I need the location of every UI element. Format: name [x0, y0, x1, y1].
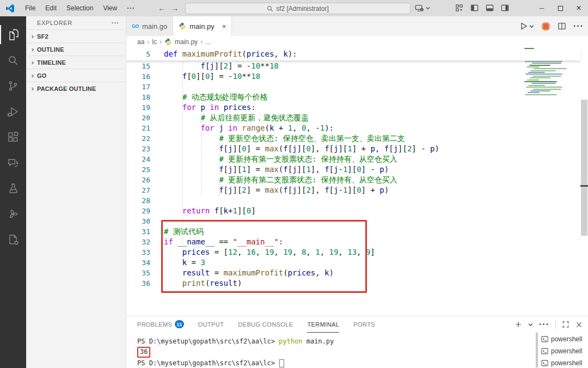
- command-center-search[interactable]: sf2 [Administrator]: [185, 3, 411, 14]
- terminal-list-item[interactable]: powershell: [541, 357, 588, 368]
- editor-scrollbar[interactable]: [580, 48, 588, 316]
- line-number: 29: [126, 206, 150, 216]
- code-token: # 更新空仓状态: 保持空仓、卖出第一支、卖出第二支: [219, 134, 405, 143]
- toggle-secondary-sidebar-icon[interactable]: [501, 4, 509, 12]
- sidebar-section-outline[interactable]: ›OUTLINE: [26, 42, 126, 56]
- code-line[interactable]: 29 return f[k+1][0]: [126, 206, 540, 216]
- sticky-line[interactable]: 5def maximumProfit(prices, k):: [126, 49, 297, 59]
- scrollbar-thumb[interactable]: [581, 100, 587, 236]
- code-line[interactable]: 28: [126, 195, 540, 206]
- code-token: 2: [224, 62, 228, 70]
- terminal-text: main.py: [302, 336, 334, 347]
- panel-tab-terminal[interactable]: TERMINAL: [307, 316, 339, 333]
- terminal-list-item[interactable]: powershell: [541, 333, 588, 345]
- code-token: 0: [247, 206, 251, 215]
- panel-tab-ports[interactable]: PORTS: [353, 316, 375, 333]
- toggle-primary-sidebar-icon[interactable]: [470, 4, 479, 12]
- code-token: 0: [306, 144, 310, 153]
- forward-arrow-icon[interactable]: →: [168, 4, 181, 13]
- maximize-button[interactable]: [551, 0, 569, 16]
- minimap-line: [525, 61, 562, 62]
- code-token: f: [384, 144, 389, 153]
- source-control-icon[interactable]: [0, 73, 26, 99]
- breadcrumb-item-aa[interactable]: aa: [137, 38, 144, 46]
- split-editor-icon[interactable]: [558, 22, 566, 30]
- code-line[interactable]: 25 f[j][1] = max(f[j][1], f[j-1][0] - p): [126, 164, 540, 175]
- explorer-more-icon[interactable]: ···: [112, 20, 119, 26]
- run-debug-icon[interactable]: [0, 99, 26, 124]
- code-line[interactable]: 26 # 更新持有第二支股票状态: 保持持有、从空仓买入: [126, 175, 540, 185]
- panel-more-icon[interactable]: ···: [539, 320, 549, 329]
- code-token: def: [164, 50, 177, 58]
- code-token: j: [394, 144, 398, 153]
- menu-file[interactable]: File: [20, 4, 40, 12]
- code-line[interactable]: 20 # 从后往前更新，避免状态覆盖: [126, 113, 540, 123]
- testing-flask-icon[interactable]: [0, 175, 26, 201]
- terminal-text: PS D:\mysetup\gopath\src\sf2\aa\lc>: [137, 336, 279, 347]
- maximize-panel-icon[interactable]: [562, 321, 569, 328]
- code-line[interactable]: 19 for p in prices:: [126, 102, 540, 113]
- tab-label: main.go: [142, 22, 167, 30]
- code-line[interactable]: 17: [126, 82, 540, 92]
- search-activity-icon[interactable]: [0, 47, 26, 73]
- menu-more-icon[interactable]: ···: [122, 4, 140, 12]
- code-line[interactable]: 15 f[j][2] = -10**18: [126, 61, 540, 71]
- extensions-icon[interactable]: [0, 124, 26, 150]
- code-line[interactable]: 21 for j in range(k + 1, 0, -1):: [126, 123, 540, 133]
- code-line[interactable]: 22 # 更新空仓状态: 保持空仓、卖出第一支、卖出第二支: [126, 133, 540, 144]
- code-text: f[j][2] = -10**18: [164, 61, 279, 71]
- minimap-line: [528, 92, 540, 93]
- profile-launcher[interactable]: [415, 3, 430, 14]
- menu-selection[interactable]: Selection: [62, 4, 98, 12]
- run-python-button[interactable]: [519, 22, 534, 30]
- minimize-button[interactable]: ─: [532, 0, 551, 16]
- code-line[interactable]: 27 f[j][2] = max(f[j][2], f[j-1][0] + p): [126, 185, 540, 195]
- code-token: -: [338, 165, 342, 174]
- terminal-list-scrollbar[interactable]: [536, 333, 538, 367]
- terminal-line: PS D:\mysetup\gopath\src\sf2\aa\lc>: [137, 358, 518, 368]
- explorer-icon[interactable]: [0, 22, 26, 47]
- tab-main-go[interactable]: GOmain.go: [126, 16, 173, 36]
- close-window-button[interactable]: ×: [569, 0, 588, 16]
- chat-sync-icon[interactable]: [0, 150, 26, 175]
- close-tab-icon[interactable]: ×: [222, 22, 226, 30]
- pinwheel-extension-icon[interactable]: [0, 201, 26, 226]
- code-token: -: [338, 186, 342, 194]
- starburst-extension-icon[interactable]: [541, 22, 550, 31]
- code-token: [215, 124, 219, 132]
- remote-window-icon: [415, 4, 424, 13]
- sidebar-title: EXPLORER: [37, 20, 72, 26]
- code-line[interactable]: 16 f[0][0] = -10**18: [126, 71, 540, 82]
- code-token: ],: [311, 165, 324, 174]
- panel-tab-problems[interactable]: PROBLEMS11: [137, 316, 184, 333]
- panel-tab-output[interactable]: OUTPUT: [198, 316, 224, 333]
- sidebar-section-go[interactable]: ›GO: [26, 69, 126, 82]
- editor-more-icon[interactable]: ···: [573, 21, 584, 31]
- code-line[interactable]: 23 f[j][0] = max(f[j][0], f[j][1] + p, f…: [126, 144, 540, 154]
- sidebar-section-package-outline[interactable]: ›PACKAGE OUTLINE: [26, 82, 126, 95]
- new-terminal-icon[interactable]: [514, 321, 522, 328]
- tab-main-py[interactable]: main.py×: [173, 16, 232, 36]
- terminal-list-item[interactable]: powershell: [541, 345, 588, 357]
- sidebar-section-sf2[interactable]: ›SF2: [26, 29, 126, 42]
- breadcrumb-item-lc[interactable]: lc: [152, 38, 157, 46]
- menu-view[interactable]: View: [98, 4, 122, 12]
- sticky-scroll-line[interactable]: 5def maximumProfit(prices, k):: [126, 49, 580, 60]
- code-line[interactable]: 24 # 更新持有第一支股票状态: 保持持有、从空仓买入: [126, 154, 540, 164]
- file-gear-icon[interactable]: [0, 226, 26, 252]
- terminal-icon: [541, 348, 548, 354]
- sidebar-section-timeline[interactable]: ›TIMELINE: [26, 56, 126, 69]
- code-line[interactable]: 18 # 动态规划处理每个价格: [126, 92, 540, 102]
- terminal-dropdown-icon[interactable]: [528, 322, 533, 327]
- breadcrumb-item--[interactable]: ...: [205, 38, 211, 46]
- toggle-panel-icon[interactable]: [486, 4, 494, 12]
- breadcrumb-item-main-py[interactable]: main.py: [175, 38, 198, 46]
- terminal-output[interactable]: PS D:\mysetup\gopath\src\sf2\aa\lc> pyth…: [137, 336, 518, 368]
- menu-edit[interactable]: Edit: [40, 4, 62, 12]
- code-editor[interactable]: 5def maximumProfit(prices, k): 15 f[j][2…: [126, 48, 588, 316]
- panel-tab-debug-console[interactable]: DEBUG CONSOLE: [238, 316, 293, 333]
- back-arrow-icon[interactable]: ←: [155, 4, 168, 13]
- customize-layout-icon[interactable]: [455, 4, 463, 12]
- close-panel-icon[interactable]: [575, 321, 583, 328]
- code-token: in: [228, 124, 237, 132]
